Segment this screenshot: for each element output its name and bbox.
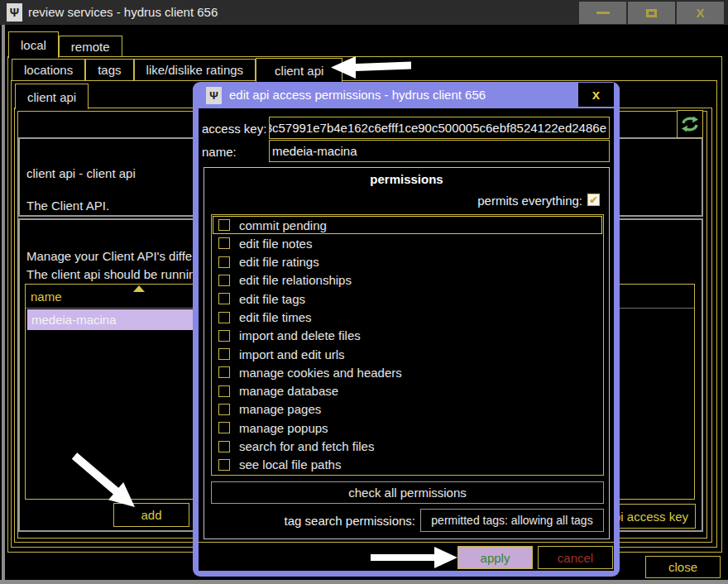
refresh-button[interactable] xyxy=(677,110,703,138)
permission-checkbox[interactable] xyxy=(218,459,230,471)
edit-api-permissions-dialog: Ψ edit api access permissions - hydrus c… xyxy=(193,82,620,577)
permission-label: edit file times xyxy=(239,310,312,324)
window-title: review services - hydrus client 656 xyxy=(28,0,218,25)
tab[interactable]: like/dislike ratings xyxy=(134,59,256,80)
manage-intro-line2: The client api should be runnin xyxy=(26,267,195,281)
apply-button[interactable]: apply xyxy=(457,546,533,569)
hydrus-app-icon: Ψ xyxy=(7,3,22,22)
manage-intro-line1: Manage your Client API's differ xyxy=(26,249,196,263)
permissions-group-title: permissions xyxy=(204,172,609,186)
permission-label: edit file ratings xyxy=(239,255,319,269)
permission-checkbox[interactable] xyxy=(218,441,230,452)
permission-item[interactable]: manage popups xyxy=(213,419,602,437)
minimize-icon xyxy=(596,12,610,14)
permission-label: see local file paths xyxy=(239,457,341,472)
name-input[interactable]: medeia-macina xyxy=(269,140,610,162)
permission-label: manage cookies and headers xyxy=(239,366,402,380)
window-close-button[interactable]: X xyxy=(677,2,724,24)
window-titlebar: Ψ review services - hydrus client 656 X xyxy=(0,0,728,25)
permission-item[interactable]: edit file notes xyxy=(213,234,602,252)
check-all-permissions-button[interactable]: check all permissions xyxy=(211,481,604,504)
permission-item[interactable]: see local file paths xyxy=(213,456,602,474)
permission-item[interactable]: edit file relationships xyxy=(213,271,602,290)
permission-item[interactable]: search for and fetch files xyxy=(213,437,602,455)
tag-search-permissions-label: tag search permissions: xyxy=(285,514,415,528)
permission-label: edit file notes xyxy=(239,237,312,251)
permission-label: edit file relationships xyxy=(239,273,352,287)
permits-everything-label: permits everything: xyxy=(477,194,582,208)
maximize-button[interactable] xyxy=(628,2,675,24)
tabbar-services: client api xyxy=(15,84,89,109)
cancel-button[interactable]: cancel xyxy=(538,546,613,569)
permits-everything-checkbox[interactable]: ✔ xyxy=(587,194,600,206)
permission-checkbox[interactable] xyxy=(218,404,230,415)
permission-item[interactable]: manage cookies and headers xyxy=(213,363,602,381)
permission-label: import and delete files xyxy=(239,328,361,342)
tab[interactable]: locations xyxy=(12,59,85,80)
tab[interactable]: local xyxy=(8,31,59,58)
permission-label: manage pages xyxy=(239,402,321,416)
permission-item[interactable]: commit pending xyxy=(213,216,602,234)
permission-checkbox[interactable] xyxy=(218,219,230,231)
permission-checkbox[interactable] xyxy=(218,385,230,397)
add-button[interactable]: add xyxy=(113,503,189,527)
permission-checkbox[interactable] xyxy=(218,348,230,360)
dialog-close-button[interactable]: x xyxy=(578,83,614,107)
dialog-separator xyxy=(199,542,614,543)
permission-item[interactable]: manage database xyxy=(213,382,602,400)
name-label: name: xyxy=(202,145,237,159)
permission-item[interactable]: import and edit urls xyxy=(213,345,602,363)
close-button[interactable]: close xyxy=(645,556,721,578)
permission-label: search for and fetch files xyxy=(239,439,374,453)
permission-checkbox[interactable] xyxy=(218,312,230,323)
permission-checkbox[interactable] xyxy=(218,366,230,378)
permissions-groupbox: permissions permits everything: ✔ commit… xyxy=(204,167,610,539)
tab[interactable]: client api xyxy=(15,84,89,109)
dialog-title: edit api access permissions - hydrus cli… xyxy=(229,82,486,108)
window-border-left xyxy=(2,25,5,581)
permission-label: import and edit urls xyxy=(239,347,345,361)
maximize-icon xyxy=(646,9,657,17)
permission-checkbox[interactable] xyxy=(218,330,230,342)
permission-item[interactable]: edit file times xyxy=(213,308,602,326)
permission-label: manage database xyxy=(239,384,338,398)
permission-item[interactable]: edit file ratings xyxy=(213,253,602,271)
dialog-content: access key: a3c57991e7b4e162c6efff1ce90c… xyxy=(199,108,614,571)
permission-item[interactable]: edit file tags xyxy=(213,290,602,308)
permission-label: edit file tags xyxy=(239,292,305,306)
tab[interactable]: tags xyxy=(85,59,133,80)
close-icon: X xyxy=(696,6,704,20)
window-border-bottom xyxy=(0,580,728,584)
tag-search-permissions-button[interactable]: permitted tags: allowing all tags xyxy=(420,509,604,532)
permission-checkbox[interactable] xyxy=(218,237,230,249)
permission-checkbox[interactable] xyxy=(218,422,230,433)
permissions-list[interactable]: commit pending edit file notes edit file… xyxy=(211,214,604,476)
permission-checkbox[interactable] xyxy=(218,256,230,268)
tabbar-local-remote: localremote xyxy=(8,31,122,58)
permission-label: commit pending xyxy=(239,218,327,232)
tabbar-service-types: locationstagslike/dislike ratingsclient … xyxy=(12,58,342,82)
access-key-label: access key: xyxy=(202,122,266,136)
permission-checkbox[interactable] xyxy=(218,293,230,304)
refresh-icon xyxy=(681,115,699,133)
minimize-button[interactable] xyxy=(579,2,626,24)
permission-checkbox[interactable] xyxy=(218,275,230,286)
access-key-input[interactable]: a3c57991e7b4e162c6efff1ce90c500005c6ebf8… xyxy=(269,117,610,139)
tab[interactable]: client api xyxy=(256,58,342,82)
tab[interactable]: remote xyxy=(59,36,122,56)
permission-item[interactable]: import and delete files xyxy=(213,327,602,345)
permission-item[interactable]: manage pages xyxy=(213,400,602,419)
service-description: The Client API. xyxy=(26,199,109,213)
service-title: client api - client api xyxy=(26,166,136,180)
hydrus-dialog-icon: Ψ xyxy=(206,87,222,104)
permission-label: manage popups xyxy=(239,421,328,435)
